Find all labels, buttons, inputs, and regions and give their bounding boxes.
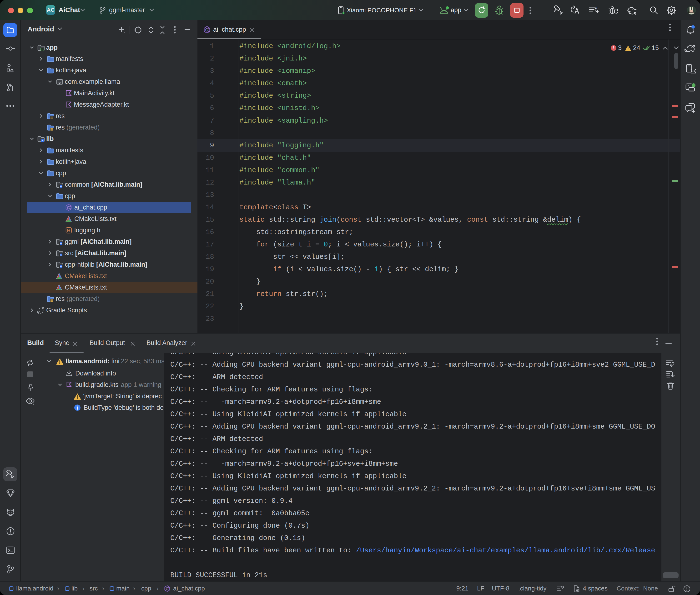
svg-text:5: 5 xyxy=(596,6,598,10)
